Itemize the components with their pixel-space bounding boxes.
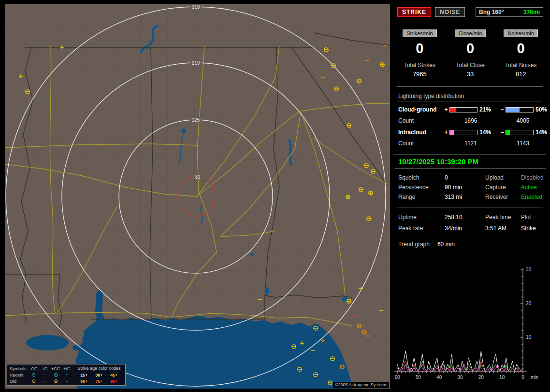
plus-sign: + xyxy=(443,129,449,136)
persistence-label: Persistence xyxy=(398,182,445,192)
sidebar: STRIKE NOISE Bng 160° 378mi Strikes/min … xyxy=(394,4,546,389)
legend-symbols-section: Symbols -CG -IC +CG +IC Recent ⊖−⊕+ Old … xyxy=(10,365,72,384)
capture-label: Capture xyxy=(485,182,521,192)
peak-time-label: Peak time xyxy=(485,212,521,223)
legend-symbols-header: Symbols xyxy=(10,366,28,371)
legend-age-section: Strike age color codes 15+30+45+ 60+75+9… xyxy=(75,365,123,384)
divider xyxy=(397,208,543,208)
legend-age-row-2: 60+75+90+ xyxy=(75,378,123,384)
persistence-value: 90 min xyxy=(445,182,485,192)
map-canvas xyxy=(5,4,390,389)
total-close-label: Total Close xyxy=(445,62,496,69)
close-per-min-label: Close/min xyxy=(455,29,486,37)
ic-positive-bar xyxy=(449,130,478,135)
legend-col-neg-ic: -IC xyxy=(39,366,50,371)
trend-graph-value: 60 min xyxy=(437,241,455,248)
datetime-display: 10/27/2025 10:39:20 PM xyxy=(394,154,546,169)
minus-sign: − xyxy=(499,129,506,136)
receiver-status: Enabled xyxy=(521,192,544,202)
legend-symbol: ⊕ xyxy=(50,378,61,384)
cg-negative-bar xyxy=(506,107,534,112)
total-noises-value: 812 xyxy=(495,70,546,78)
x-tick-label: 60 xyxy=(394,375,400,380)
legend-symbol: ⊖ xyxy=(28,378,39,384)
peak-rate-value: 34/min xyxy=(445,223,485,234)
strike-symbol-circle-plus xyxy=(346,195,350,199)
x-tick-label: 30 xyxy=(457,375,463,380)
strikes-counter-column: Strikes/min 0 Total Strikes 7965 xyxy=(394,29,445,78)
strike-symbol-circle-plus xyxy=(369,191,373,195)
legend-col-pos-ic: +IC xyxy=(61,366,72,371)
strikes-per-min-label: Strikes/min xyxy=(403,29,436,37)
legend-symbol: − xyxy=(39,378,50,384)
trend-graph-label: Trend graph xyxy=(398,241,430,248)
age-code: 90+ xyxy=(107,379,122,384)
count-label: Count xyxy=(398,117,443,124)
peak-rate-label: Peak rate xyxy=(398,223,445,234)
cg-negative-pct: 50% xyxy=(534,106,547,113)
cloud-ground-label: Cloud-ground xyxy=(398,106,443,113)
ic-negative-count: 1143 xyxy=(499,140,547,147)
datetime-value: 10/27/2025 10:39:20 PM xyxy=(398,157,478,166)
legend-old-label: Old xyxy=(10,379,28,384)
legend-symbol: ⊕ xyxy=(50,372,61,378)
lightning-map[interactable]: 31321912531 Symbols -CG -IC +CG +IC Rece… xyxy=(5,4,390,389)
squelch-value: 0 xyxy=(445,173,485,182)
distance-value: 378mi xyxy=(523,9,540,15)
cg-positive-bar xyxy=(449,107,478,112)
receiver-label: Receiver xyxy=(485,192,521,202)
app-window: 31321912531 Symbols -CG -IC +CG +IC Rece… xyxy=(0,0,550,392)
x-tick-label: 40 xyxy=(436,375,442,380)
ic-negative-pct: 14% xyxy=(534,129,547,136)
total-noises-label: Total Noises xyxy=(495,62,546,69)
plot-value: Strike xyxy=(521,223,542,234)
legend-old-symbols: ⊖−⊕+ xyxy=(28,378,72,384)
age-code: 15+ xyxy=(77,373,92,378)
x-tick-label: 50 xyxy=(416,375,421,380)
bearing-value: Bng 160° xyxy=(479,9,504,15)
range-label: Range xyxy=(398,192,445,202)
y-tick-label: 20 xyxy=(526,301,532,306)
cg-positive-count: 1696 xyxy=(443,117,499,124)
intracloud-label: Intracloud xyxy=(398,129,443,136)
squelch-label: Squelch xyxy=(398,173,445,182)
cloud-ground-distribution: Cloud-ground + 21% − 50% Count 1696 4005 xyxy=(398,106,542,124)
strike-symbol-circle-plus xyxy=(380,63,384,67)
cg-positive-pct: 21% xyxy=(478,106,499,113)
distribution-title: Lightning type distribution xyxy=(398,93,542,101)
count-label: Count xyxy=(398,140,443,147)
strike-button[interactable]: STRIKE xyxy=(397,7,431,17)
age-code: 30+ xyxy=(92,373,107,378)
stats-panel: Uptime 258:10 Peak time Plot Peak rate 3… xyxy=(398,212,542,234)
age-code: 75+ xyxy=(92,379,107,384)
legend-age-row-1: 15+30+45+ xyxy=(75,372,123,378)
upload-status: Disabled xyxy=(521,173,544,182)
age-code: 60+ xyxy=(77,379,92,384)
ic-positive-pct: 14% xyxy=(478,129,499,136)
noise-button[interactable]: NOISE xyxy=(435,7,465,17)
legend-symbol: ⊖ xyxy=(28,372,39,378)
x-tick-label: 20 xyxy=(478,375,484,380)
uptime-value: 258:10 xyxy=(445,212,485,223)
bearing-display: Bng 160° 378mi xyxy=(476,7,543,17)
legend-age-header: Strike age color codes xyxy=(75,365,123,372)
ic-positive-count: 1121 xyxy=(443,140,499,147)
intracloud-distribution: Intracloud + 14% − 14% Count 1121 1143 xyxy=(398,129,542,147)
peak-time-value: 3:51 AM xyxy=(485,223,521,234)
legend-symbol: + xyxy=(61,372,72,378)
legend-col-pos-cg: +CG xyxy=(50,366,61,371)
legend-recent-symbols: ⊖−⊕+ xyxy=(28,372,72,378)
legend-symbol: + xyxy=(61,378,72,384)
noises-per-min-label: Noises/min xyxy=(504,29,537,37)
trend-series-green xyxy=(397,361,523,371)
plus-sign: + xyxy=(443,106,449,113)
strikes-per-min-value: 0 xyxy=(394,41,445,56)
y-tick-label: 30 xyxy=(526,267,532,272)
legend-col-neg-cg: -CG xyxy=(28,366,39,371)
trend-graph-header: Trend graph 60 min xyxy=(398,241,542,248)
x-tick-label: 0 xyxy=(521,375,524,380)
total-strikes-value: 7965 xyxy=(394,70,445,78)
settings-panel: Squelch 0 Upload Disabled Persistence 90… xyxy=(398,173,542,202)
uptime-label: Uptime xyxy=(398,212,445,223)
trend-series-red xyxy=(397,361,523,371)
